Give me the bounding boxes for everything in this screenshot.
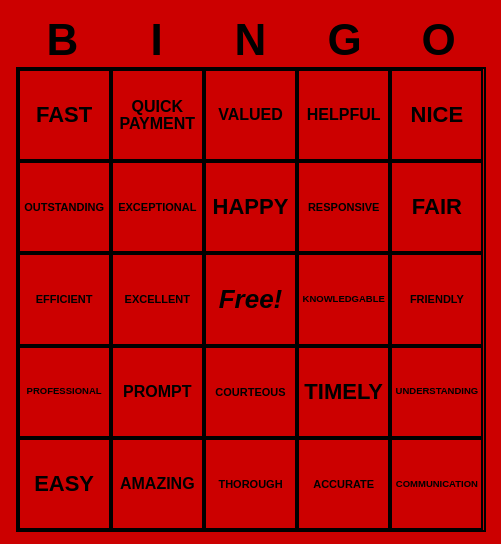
cell-r0-c0: FAST <box>18 69 111 161</box>
bingo-header: BINGO <box>16 12 486 67</box>
cell-r3-c3: TIMELY <box>297 346 390 438</box>
cell-r1-c0: OUTSTANDING <box>18 161 111 253</box>
header-letter-b: B <box>16 15 110 65</box>
cell-r0-c2: VALUED <box>204 69 297 161</box>
cell-r1-c2: HAPPY <box>204 161 297 253</box>
cell-r2-c0: EFFICIENT <box>18 253 111 345</box>
cell-r1-c4: FAIR <box>390 161 483 253</box>
cell-r0-c3: HELPFUL <box>297 69 390 161</box>
cell-r2-c4: FRIENDLY <box>390 253 483 345</box>
cell-r4-c4: COMMUNICATION <box>390 438 483 530</box>
bingo-card: BINGO FASTQUICK PAYMENTVALUEDHELPFULNICE… <box>16 12 486 532</box>
cell-r0-c4: NICE <box>390 69 483 161</box>
cell-r1-c3: RESPONSIVE <box>297 161 390 253</box>
cell-r4-c3: ACCURATE <box>297 438 390 530</box>
cell-r1-c1: EXCEPTIONAL <box>111 161 204 253</box>
bingo-grid: FASTQUICK PAYMENTVALUEDHELPFULNICEOUTSTA… <box>16 67 486 532</box>
header-letter-o: O <box>392 15 486 65</box>
header-letter-i: I <box>110 15 204 65</box>
cell-r2-c1: EXCELLENT <box>111 253 204 345</box>
cell-r0-c1: QUICK PAYMENT <box>111 69 204 161</box>
header-letter-g: G <box>298 15 392 65</box>
cell-r3-c2: COURTEOUS <box>204 346 297 438</box>
cell-r2-c2: Free! <box>204 253 297 345</box>
cell-r3-c1: PROMPT <box>111 346 204 438</box>
cell-r3-c4: UNDERSTANDING <box>390 346 483 438</box>
cell-r2-c3: KNOWLEDGABLE <box>297 253 390 345</box>
cell-r4-c0: EASY <box>18 438 111 530</box>
cell-r4-c2: THOROUGH <box>204 438 297 530</box>
cell-r4-c1: AMAZING <box>111 438 204 530</box>
cell-r3-c0: PROFESSIONAL <box>18 346 111 438</box>
header-letter-n: N <box>204 15 298 65</box>
